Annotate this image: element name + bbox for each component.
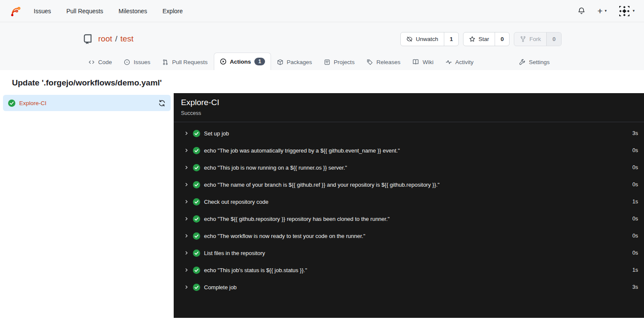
job-log-panel: Explore-CI Success Set up job 3s echo "T…	[174, 93, 644, 318]
job-status-text: Success	[181, 110, 637, 116]
success-check-icon	[193, 250, 200, 257]
step-row[interactable]: echo "The job was automatically triggere…	[174, 142, 644, 159]
tab-code[interactable]: Code	[82, 54, 118, 70]
step-duration: 0s	[632, 182, 638, 188]
jobs-sidebar: Explore-CI	[0, 93, 174, 318]
step-row[interactable]: echo "The workflow is now ready to test …	[174, 227, 644, 244]
step-duration: 0s	[632, 233, 638, 239]
success-check-icon	[193, 267, 200, 274]
step-label: echo "This job's status is ${{ job.statu…	[204, 267, 307, 273]
tab-label: Actions	[230, 59, 251, 65]
repo-book-icon	[82, 34, 93, 44]
eye-slash-icon	[406, 36, 413, 42]
step-row[interactable]: Check out repository code 1s	[174, 193, 644, 210]
step-label: echo "The ${{ github.repository }} repos…	[204, 216, 390, 222]
chevron-right-icon	[184, 267, 189, 273]
fork-button[interactable]: Fork	[514, 32, 546, 46]
chevron-down-icon: ▾	[605, 9, 607, 13]
project-board-icon	[324, 59, 330, 65]
step-row[interactable]: echo "The name of your branch is ${{ git…	[174, 176, 644, 193]
chevron-right-icon	[184, 285, 189, 290]
job-log-header: Explore-CI Success	[174, 93, 644, 122]
step-row[interactable]: echo "This job's status is ${{ job.statu…	[174, 261, 644, 279]
step-duration: 0s	[632, 216, 638, 222]
tab-projects[interactable]: Projects	[318, 54, 361, 70]
fork-button-group: Fork 0	[514, 32, 562, 46]
chevron-right-icon	[184, 131, 189, 136]
step-row[interactable]: List files in the repository 0s	[174, 244, 644, 261]
actions-count-badge: 1	[254, 58, 265, 65]
step-row[interactable]: echo "The ${{ github.repository }} repos…	[174, 210, 644, 227]
success-check-icon	[193, 181, 200, 188]
open-book-icon	[412, 59, 419, 65]
forgejo-logo-icon[interactable]	[9, 5, 21, 17]
nav-item-issues[interactable]: Issues	[34, 8, 51, 15]
step-label: Check out repository code	[204, 199, 268, 205]
tab-label: Pull Requests	[172, 59, 207, 65]
step-duration: 1s	[632, 199, 638, 205]
pull-request-icon	[162, 59, 169, 65]
tag-icon	[367, 59, 373, 65]
navbar-right: + ▾ ▾	[577, 5, 635, 17]
step-row[interactable]: Complete job 3s	[174, 279, 644, 296]
refresh-icon[interactable]	[158, 100, 166, 107]
user-menu-dropdown[interactable]: ▾	[618, 5, 635, 17]
star-button[interactable]: Star	[463, 32, 495, 46]
tab-label: Releases	[376, 59, 400, 65]
watch-button-group: Unwatch 1	[400, 32, 459, 46]
repo-owner-link[interactable]: root	[98, 34, 112, 44]
chevron-right-icon	[184, 199, 189, 204]
step-label: echo "This job is now running on a ${{ r…	[204, 164, 347, 171]
step-row[interactable]: Set up job 3s	[174, 125, 644, 142]
tab-label: Activity	[455, 59, 474, 65]
step-duration: 0s	[632, 164, 638, 170]
tab-label: Code	[98, 59, 112, 65]
package-icon	[277, 59, 283, 65]
tab-settings[interactable]: Settings	[513, 54, 556, 70]
tab-packages[interactable]: Packages	[271, 54, 318, 70]
run-layout: Explore-CI Explore-CI Success Set up job…	[0, 93, 644, 318]
step-label: echo "The job was automatically triggere…	[204, 147, 400, 154]
success-check-icon	[193, 164, 200, 171]
watchers-count[interactable]: 1	[444, 32, 459, 46]
step-duration: 3s	[632, 130, 638, 136]
step-row[interactable]: echo "This job is now running on a ${{ r…	[174, 159, 644, 176]
repo-name-link[interactable]: test	[120, 34, 134, 44]
fork-label: Fork	[529, 36, 541, 42]
nav-item-pull-requests[interactable]: Pull Requests	[66, 8, 103, 15]
job-list-item-explore-ci[interactable]: Explore-CI	[3, 95, 171, 111]
repo-action-buttons: Unwatch 1 Star 0	[400, 32, 562, 46]
stars-count[interactable]: 0	[495, 32, 510, 46]
notifications-bell-icon[interactable]	[577, 7, 586, 15]
tab-wiki[interactable]: Wiki	[406, 53, 440, 70]
plus-icon: +	[597, 6, 603, 15]
chevron-right-icon	[184, 250, 189, 255]
step-label: List files in the repository	[204, 250, 265, 256]
success-check-icon	[8, 100, 15, 107]
fork-icon	[520, 36, 526, 42]
code-icon	[88, 59, 95, 65]
navbar-menu: Issues Pull Requests Milestones Explore	[34, 8, 183, 15]
create-new-dropdown[interactable]: + ▾	[597, 6, 607, 15]
chevron-right-icon	[184, 233, 189, 238]
tab-actions[interactable]: Actions 1	[214, 53, 271, 70]
tab-pull-requests[interactable]: Pull Requests	[156, 54, 213, 70]
nav-item-explore[interactable]: Explore	[163, 8, 183, 15]
step-label: echo "The workflow is now ready to test …	[204, 233, 365, 239]
success-check-icon	[193, 232, 200, 240]
success-check-icon	[193, 130, 200, 137]
tab-activity[interactable]: Activity	[440, 54, 480, 70]
unwatch-button[interactable]: Unwatch	[401, 32, 444, 46]
nav-item-milestones[interactable]: Milestones	[119, 8, 147, 15]
top-navbar: Issues Pull Requests Milestones Explore …	[0, 0, 644, 22]
forks-count[interactable]: 0	[546, 32, 561, 46]
avatar	[618, 5, 630, 17]
step-duration: 0s	[632, 250, 638, 256]
tab-issues[interactable]: Issues	[118, 54, 156, 70]
chevron-right-icon	[184, 182, 189, 187]
tab-releases[interactable]: Releases	[361, 54, 406, 70]
success-check-icon	[193, 215, 200, 223]
step-label: Set up job	[204, 130, 229, 137]
star-label: Star	[478, 36, 489, 42]
tab-label: Settings	[529, 59, 550, 65]
